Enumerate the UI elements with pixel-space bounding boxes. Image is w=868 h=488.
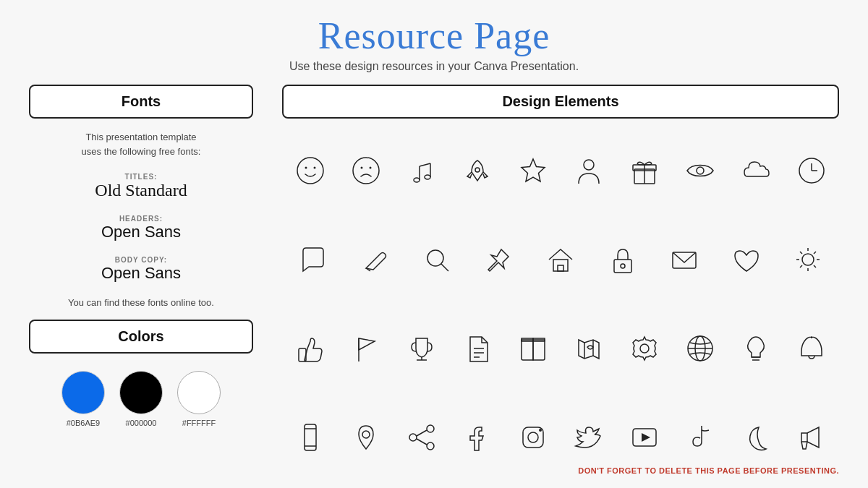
svg-point-6 [414, 178, 420, 182]
smile-icon [285, 150, 336, 190]
svg-point-63 [427, 442, 434, 450]
share-icon [396, 418, 447, 458]
gift-icon [619, 150, 670, 190]
globe-icon [675, 329, 726, 369]
bell-icon [786, 329, 837, 369]
moon-icon [731, 418, 781, 458]
swatch-black: #000000 [119, 371, 163, 427]
svg-line-10 [420, 163, 430, 166]
fonts-label: Fonts [122, 93, 161, 109]
flag-icon [341, 329, 391, 369]
svg-point-4 [360, 166, 362, 168]
heart-icon [721, 239, 772, 279]
sun-icon [783, 239, 833, 279]
page-subtitle: Use these design resources in your Canva… [289, 60, 579, 73]
svg-line-37 [800, 265, 802, 267]
megaphone-icon [786, 418, 837, 458]
lock-icon [597, 239, 648, 279]
icons-row-2 [282, 216, 839, 302]
svg-marker-69 [642, 433, 650, 442]
svg-point-11 [475, 168, 480, 172]
right-panel: Design Elements [282, 85, 839, 481]
fonts-note: You can find these fonts online too. [29, 297, 253, 308]
svg-rect-25 [558, 265, 563, 271]
design-elements-label: Design Elements [502, 93, 618, 109]
gear-icon [619, 329, 670, 369]
color-circle-black [119, 371, 163, 414]
svg-point-61 [427, 425, 434, 432]
trophy-icon [396, 329, 447, 369]
svg-line-64 [417, 430, 427, 436]
music-icon [396, 150, 447, 190]
design-elements-header: Design Elements [282, 85, 839, 119]
icons-row-3 [282, 306, 839, 392]
footer-note: DON'T FORGET TO DELETE THIS PAGE BEFORE … [578, 466, 839, 475]
left-panel: Fonts This presentation templateuses the… [29, 85, 253, 481]
clock-icon [786, 150, 837, 190]
icons-grid [282, 127, 839, 481]
svg-line-23 [441, 264, 448, 271]
svg-point-67 [528, 432, 538, 442]
svg-point-17 [697, 167, 704, 174]
body-label: BODY COPY: [29, 256, 253, 264]
svg-point-62 [409, 434, 417, 441]
headers-label: HEADERS: [29, 215, 253, 223]
search-icon [412, 239, 462, 279]
svg-line-36 [814, 252, 816, 254]
svg-line-34 [800, 252, 802, 254]
rocket-icon [452, 150, 503, 190]
headers-font: Open Sans [29, 223, 253, 241]
color-circle-white [177, 371, 221, 414]
body-font: Open Sans [29, 264, 253, 283]
svg-rect-26 [614, 260, 631, 273]
star-icon [508, 150, 558, 190]
colors-label: Colors [118, 328, 163, 344]
titles-label: TITLES: [29, 173, 253, 181]
chat-icon [288, 239, 339, 279]
swatch-white: #FFFFFF [177, 371, 221, 427]
font-item-headers: HEADERS: Open Sans [29, 215, 253, 241]
svg-point-1 [305, 166, 307, 168]
colors-box: Colors [29, 320, 253, 354]
pin-icon [473, 239, 524, 279]
color-hex-white: #FFFFFF [182, 419, 216, 427]
tiktok-icon [675, 418, 726, 458]
color-swatches: #0B6AE9 #000000 #FFFFFF [29, 371, 253, 427]
svg-point-2 [313, 166, 315, 168]
map-icon [563, 329, 614, 369]
mail-icon [659, 239, 710, 279]
location-icon [341, 418, 391, 458]
svg-point-50 [640, 344, 649, 353]
svg-line-35 [814, 265, 816, 267]
font-item-body: BODY COPY: Open Sans [29, 256, 253, 283]
svg-point-29 [802, 254, 814, 265]
svg-point-27 [621, 264, 625, 268]
book-icon [508, 329, 558, 369]
color-hex-black: #000000 [126, 419, 157, 427]
instagram-icon [508, 418, 558, 458]
facebook-icon [452, 418, 503, 458]
youtube-icon [619, 418, 670, 458]
thumbsup-icon [285, 329, 336, 369]
swatch-blue: #0B6AE9 [61, 371, 105, 427]
cloud-icon [731, 150, 781, 190]
home-icon [535, 239, 586, 279]
svg-point-3 [353, 158, 379, 184]
document-icon [452, 329, 503, 369]
svg-point-60 [362, 431, 370, 438]
svg-point-22 [427, 250, 443, 266]
fonts-box: Fonts [29, 85, 253, 119]
page-wrapper: Resource Page Use these design resources… [0, 0, 868, 488]
icons-row-1 [282, 127, 839, 213]
bulb-icon [731, 329, 781, 369]
svg-point-0 [297, 158, 323, 184]
svg-marker-12 [522, 159, 545, 181]
page-title: Resource Page [289, 14, 579, 57]
color-circle-blue [61, 371, 105, 414]
twitter-icon [563, 418, 614, 458]
svg-point-7 [425, 175, 430, 179]
svg-point-68 [539, 429, 542, 432]
pencil-icon [349, 239, 400, 279]
phone-icon [285, 418, 336, 458]
titles-font: Old Standard [29, 181, 253, 200]
